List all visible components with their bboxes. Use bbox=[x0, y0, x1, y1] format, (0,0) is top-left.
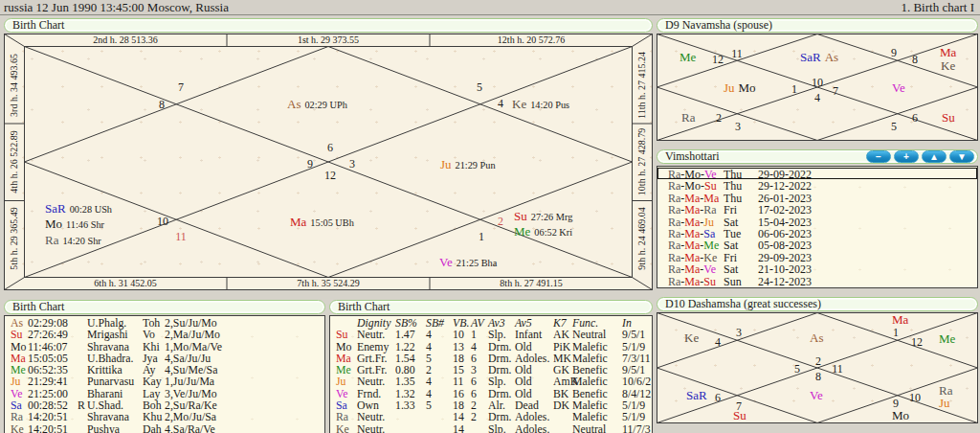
planet-label-mo: Mo bbox=[892, 408, 909, 422]
sign-number-2: 2 bbox=[498, 215, 503, 228]
cell: 10/6/2 bbox=[622, 376, 652, 387]
sign-number-8: 8 bbox=[159, 98, 165, 111]
panel-title: Birth Chart bbox=[12, 18, 64, 32]
cell: Kay bbox=[143, 376, 165, 387]
down-arrow-button[interactable]: ▼ bbox=[949, 150, 974, 163]
dasha-row[interactable]: Ra-Ma-MaThu26-01-2023 bbox=[657, 192, 977, 203]
table-row: RaNeutr.142Drm.Adoles.Malefic5/1/9 bbox=[330, 411, 652, 422]
house-border-label: 11th h. 27 415.24 bbox=[636, 52, 647, 119]
dasha-row[interactable]: Ra-Ma-JuSat15-04-2023 bbox=[657, 216, 977, 227]
minus-button[interactable]: − bbox=[866, 150, 891, 163]
cell: 27:26:49 bbox=[28, 329, 78, 340]
cell bbox=[553, 423, 572, 433]
titlebar-chart-info: russia 12 Jun 1990 13:45:00 Moscow, Russ… bbox=[4, 0, 229, 14]
cell: 2 bbox=[471, 411, 488, 422]
d10-dashamsha-panel: D10 Dashamsha (great successes) 34112258… bbox=[657, 297, 978, 423]
titlebar: russia 12 Jun 1990 13:45:00 Moscow, Russ… bbox=[0, 0, 980, 15]
planet-label-ra: Ra14:20 Shr bbox=[45, 233, 101, 247]
dasha-row[interactable]: Ra-Mo-SuThu29-12-2022 bbox=[657, 179, 977, 191]
planet-label-me: Me06:52 Kri bbox=[514, 224, 572, 239]
cell: 14 bbox=[453, 411, 471, 422]
cell: 11 bbox=[453, 376, 471, 387]
cell bbox=[78, 411, 87, 422]
cell: Khu bbox=[143, 411, 165, 422]
d9-navamsha-panel: D9 Navamsha (spouse) 121198110472356MeSa… bbox=[657, 18, 978, 141]
cell: 1,Ju/Ju/Ma bbox=[165, 376, 324, 387]
planet-label-sar: SaR bbox=[686, 388, 707, 402]
sign-number-2: 2 bbox=[815, 354, 821, 368]
dasha-row[interactable]: Ra-Ma-RaFri17-02-2023 bbox=[657, 203, 977, 215]
planet-label-ke: Ke14:20 Pus bbox=[512, 97, 569, 111]
sign-number-5: 5 bbox=[891, 120, 897, 133]
dasha-weekday: Thu bbox=[724, 180, 758, 192]
dasha-row[interactable]: Ra-Ma-SuSun24-12-2023 bbox=[657, 275, 977, 286]
planet-longitude-panel-header: Birth Chart bbox=[4, 300, 325, 314]
planet-label-ke: Ke bbox=[941, 58, 955, 73]
cell: 1.33 bbox=[395, 399, 426, 411]
sign-number-7: 7 bbox=[178, 80, 184, 94]
cell: Vo bbox=[143, 329, 165, 340]
cell: Drm. bbox=[488, 411, 515, 422]
cell: Neutr. bbox=[357, 411, 395, 422]
planet-label-sar: SaR00:28 USh bbox=[45, 201, 113, 216]
dasha-row[interactable]: Ra-Mo-VeThu29-09-2022 bbox=[657, 168, 977, 179]
cell: 4 bbox=[426, 329, 453, 340]
plus-button[interactable]: + bbox=[894, 150, 919, 163]
sign-number-1: 1 bbox=[479, 230, 484, 243]
cell: 5 bbox=[426, 399, 453, 411]
planet-label-ju: Ju21:29 Pun bbox=[440, 157, 496, 171]
cell: 10 bbox=[453, 329, 471, 340]
cell bbox=[395, 411, 426, 422]
up-arrow-button[interactable]: ▲ bbox=[922, 150, 947, 163]
vimshottari-panel-header: Vimshottari − + ▲ ▼ bbox=[657, 149, 978, 164]
house-border-label: 2nd h. 28 513.36 bbox=[93, 34, 158, 45]
cell bbox=[426, 411, 453, 422]
dasha-lords: Ra-Ma-Su bbox=[668, 276, 724, 287]
planet-label-mo: Mo11:46 Shr bbox=[45, 216, 105, 231]
sign-number-12: 12 bbox=[712, 53, 724, 66]
cell bbox=[78, 376, 87, 387]
table-row: Ke14:20:51PushyaDah4,Sa/Ra/Ve bbox=[5, 423, 324, 433]
cell: Slp. bbox=[488, 376, 515, 387]
cell: Neutr. bbox=[357, 423, 395, 433]
titlebar-view-name: 1. Birth chart I bbox=[901, 0, 974, 14]
cell: AK bbox=[553, 329, 572, 340]
cell: 14:20:51 bbox=[28, 423, 78, 433]
dasha-row[interactable]: Ra-Ma-MeSat05-08-2023 bbox=[657, 239, 977, 250]
cell: Slp. bbox=[488, 329, 515, 340]
planet-cell: Ra bbox=[11, 411, 28, 422]
table-row: Ra14:20:51ShravanaKhu2,Mo/Ju/Sa bbox=[5, 411, 324, 422]
cell: Malefic bbox=[572, 411, 622, 422]
house-border-label: 6th h. 31 452.05 bbox=[94, 278, 156, 288]
vimshottari-panel: Vimshottari − + ▲ ▼ Ra-Mo-VeThu29-09-202… bbox=[657, 149, 978, 288]
rasi-chart: 2nd h. 28 513.361st h. 29 373.5512th h. … bbox=[4, 34, 653, 290]
planet-longitude-table: As02:29:08U.Phalg.Toh2,Su/Ju/MoSu27:26:4… bbox=[4, 315, 325, 433]
table-row: Ju21:29:41PunarvasuKay1,Ju/Ju/Ma bbox=[5, 376, 324, 387]
planet-label-su: Su bbox=[942, 110, 955, 125]
panel-title: D9 Navamsha (spouse) bbox=[665, 18, 772, 32]
planet-strength-table: DignitySB%SB#VB.AVAv3Av5K7Func.InSuNeutr… bbox=[329, 315, 653, 433]
dasha-row[interactable]: Ra-Ma-KeFri29-09-2023 bbox=[657, 251, 977, 262]
planet-label-ju-mo: JuMo bbox=[724, 80, 756, 95]
sign-number-1: 1 bbox=[893, 326, 899, 339]
table-row: KeNeutr.14Slp.Adoles.Neutral11/7/3 bbox=[330, 423, 652, 433]
panel-title: D10 Dashamsha (great successes) bbox=[665, 297, 821, 310]
dasha-row[interactable]: Ra-Ma-VeSat21-10-2023 bbox=[657, 262, 977, 274]
birth-chart-panel-header: Birth Chart bbox=[4, 18, 653, 33]
cell bbox=[553, 411, 572, 422]
dasha-date: 05-08-2023 bbox=[758, 239, 976, 251]
planet-label-ve: Ve bbox=[810, 388, 823, 402]
cell bbox=[78, 353, 87, 364]
cell: Dah bbox=[143, 423, 165, 433]
cell: 14 bbox=[453, 423, 471, 433]
dashamsha-chart: 341122581167910MaKeAsMeSaRSuVeRaJuMo bbox=[657, 312, 978, 423]
table-row: JuNeutr.1.354116Slp.OldAmKMalefic10/6/2 bbox=[330, 376, 652, 387]
cell: Mrigashi bbox=[87, 329, 143, 340]
dasha-row[interactable]: Ra-Ma-SaTue06-06-2023 bbox=[657, 227, 977, 239]
sign-number-6: 6 bbox=[912, 111, 918, 125]
cell: 11/7/3 bbox=[622, 423, 652, 433]
dasha-date: 17-02-2023 bbox=[758, 204, 976, 216]
house-border-label: 1st h. 29 373.55 bbox=[298, 34, 359, 45]
cell: Slp. bbox=[488, 423, 515, 433]
planet-cell: Su bbox=[11, 329, 28, 340]
